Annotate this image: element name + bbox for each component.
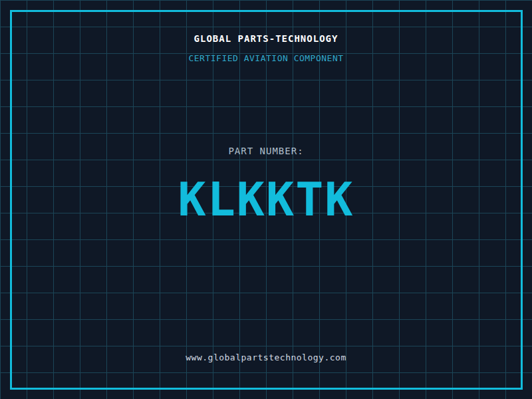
part-number-value: KLKKTK [0,172,532,227]
brand-subtitle: CERTIFIED AVIATION COMPONENT [0,53,532,63]
website-url: www.globalpartstechnology.com [0,352,532,362]
brand-title: GLOBAL PARTS-TECHNOLOGY [0,33,532,44]
part-number-label: PART NUMBER: [0,146,532,156]
certificate-page: GLOBAL PARTS-TECHNOLOGY CERTIFIED AVIATI… [0,0,532,399]
